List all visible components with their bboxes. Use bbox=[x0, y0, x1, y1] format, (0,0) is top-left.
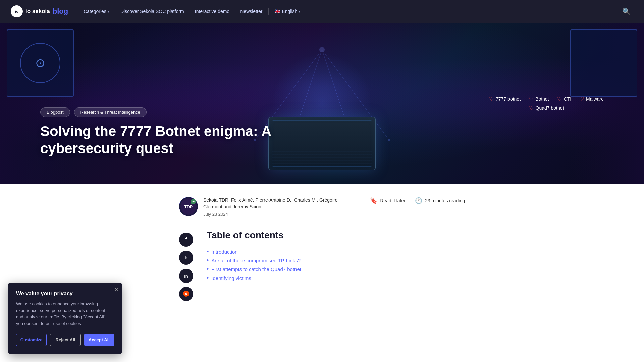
svg-text:r/: r/ bbox=[185, 292, 187, 296]
svg-line-2 bbox=[288, 50, 322, 150]
list-item: • Introduction bbox=[207, 247, 465, 256]
nav-newsletter[interactable]: Newsletter bbox=[235, 6, 267, 17]
hero-tags: ♡ 7777 botnet ♡ Botnet ♡ CTI ♡ Malware bbox=[489, 96, 604, 111]
share-linkedin-button[interactable]: in bbox=[179, 269, 193, 283]
clock-icon: 🕐 bbox=[415, 197, 422, 204]
hero-background: ⊙ Blogpost bbox=[0, 23, 644, 184]
avatar-image: TDR ★ bbox=[179, 197, 198, 216]
share-twitter-button[interactable]: 𝕏 bbox=[179, 251, 193, 265]
article-date: July 23 2024 bbox=[203, 212, 351, 217]
search-icon[interactable]: 🔍 bbox=[620, 5, 633, 18]
svg-point-9 bbox=[354, 149, 357, 152]
left-monitor: ⊙ bbox=[7, 29, 74, 97]
article-meta: TDR ★ Sekoia TDR, Felix Aimé, Pierre-Ant… bbox=[179, 197, 465, 217]
svg-point-7 bbox=[388, 139, 390, 141]
reddit-icon: r/ bbox=[183, 291, 189, 298]
avatar: TDR ★ bbox=[179, 197, 198, 216]
toc-list: • Introduction • Are all of these compro… bbox=[207, 247, 465, 282]
tag-malware[interactable]: ♡ Malware bbox=[579, 96, 604, 102]
svg-line-1 bbox=[322, 50, 389, 140]
toc-link-first-attempts[interactable]: First attempts to catch the Quad7 botnet bbox=[211, 266, 301, 272]
share-reddit-button[interactable]: r/ bbox=[179, 287, 193, 301]
meta-actions: 🔖 Read it later 🕐 23 minutes reading bbox=[370, 197, 465, 204]
nav-demo[interactable]: Interactive demo bbox=[190, 6, 234, 17]
hero-tag-row-2: ♡ Quad7 botnet bbox=[489, 105, 604, 111]
tag-7777-botnet[interactable]: ♡ 7777 botnet bbox=[489, 96, 521, 102]
author-details: Sekoia TDR, Felix Aimé, Pierre-Antoine D… bbox=[203, 197, 351, 217]
hero-badges: Blogpost Research & Threat Intelligence bbox=[40, 107, 275, 117]
hero-content-left: Blogpost Research & Threat Intelligence … bbox=[40, 107, 275, 157]
flag-icon: 🇬🇧 bbox=[275, 9, 280, 14]
article-area: TDR ★ Sekoia TDR, Felix Aimé, Pierre-Ant… bbox=[171, 184, 473, 301]
bullet-icon: • bbox=[207, 257, 209, 263]
badge-blogpost[interactable]: Blogpost bbox=[40, 107, 70, 117]
logo-icon: io bbox=[11, 5, 23, 17]
nav-categories[interactable]: Categories ▾ bbox=[79, 6, 114, 17]
author-names: Sekoia TDR, Felix Aimé, Pierre-Antoine D… bbox=[203, 197, 351, 210]
toc-link-tp-links[interactable]: Are all of these compromised TP-Links? bbox=[211, 258, 301, 263]
cyber-device bbox=[268, 117, 376, 170]
share-facebook-button[interactable]: f bbox=[179, 233, 193, 247]
svg-text:★: ★ bbox=[192, 200, 195, 203]
nav-language[interactable]: 🇬🇧 English ▾ bbox=[270, 6, 305, 17]
cookie-text: We use cookies to enhance your browsing … bbox=[16, 301, 114, 321]
list-item: • First attempts to catch the Quad7 botn… bbox=[207, 265, 465, 274]
logo-text: io sekoia bbox=[25, 8, 50, 15]
list-item: • Identifying victims bbox=[207, 274, 465, 282]
cookie-close-button[interactable]: × bbox=[115, 287, 118, 293]
article-title: Solving the 7777 Botnet enigma: A cybers… bbox=[40, 123, 275, 157]
bullet-icon: • bbox=[207, 266, 209, 272]
content-section: f 𝕏 in r/ Table bbox=[179, 230, 465, 301]
toc-title: Table of contents bbox=[207, 230, 465, 241]
blog-label: blog bbox=[53, 7, 68, 16]
nav-links: Categories ▾ Discover Sekoia SOC platfor… bbox=[79, 6, 609, 17]
cookie-title: We value your privacy bbox=[16, 291, 114, 297]
svg-text:TDR: TDR bbox=[184, 205, 193, 209]
read-later-button[interactable]: 🔖 Read it later bbox=[370, 197, 405, 204]
chevron-down-icon: ▾ bbox=[108, 9, 110, 14]
logo-link[interactable]: io io sekoia blog bbox=[11, 5, 68, 17]
svg-point-8 bbox=[287, 149, 290, 152]
bullet-icon: • bbox=[207, 275, 209, 281]
heart-icon: ♡ bbox=[579, 96, 584, 102]
nav-divider bbox=[268, 8, 269, 15]
toc-link-identifying-victims[interactable]: Identifying victims bbox=[211, 275, 251, 281]
svg-line-3 bbox=[322, 50, 356, 150]
hero-tag-row-1: ♡ 7777 botnet ♡ Botnet ♡ CTI ♡ Malware bbox=[489, 96, 604, 102]
svg-point-5 bbox=[319, 47, 325, 52]
tag-cti[interactable]: ♡ CTI bbox=[557, 96, 572, 102]
list-item: • Are all of these compromised TP-Links? bbox=[207, 256, 465, 265]
toc-area: Table of contents • Introduction • Are a… bbox=[207, 230, 465, 301]
toc-link-introduction[interactable]: Introduction bbox=[211, 249, 237, 255]
cookie-banner: × We value your privacy We use cookies t… bbox=[8, 283, 122, 321]
author-info: TDR ★ Sekoia TDR, Felix Aimé, Pierre-Ant… bbox=[179, 197, 351, 217]
bookmark-icon: 🔖 bbox=[370, 197, 377, 204]
bullet-icon: • bbox=[207, 249, 209, 255]
heart-icon: ♡ bbox=[529, 96, 533, 102]
chevron-down-icon: ▾ bbox=[299, 9, 301, 14]
navbar: io io sekoia blog Categories ▾ Discover … bbox=[0, 0, 644, 23]
share-sidebar: f 𝕏 in r/ bbox=[179, 230, 193, 301]
reading-time: 🕐 23 minutes reading bbox=[415, 197, 465, 204]
tag-botnet[interactable]: ♡ Botnet bbox=[529, 96, 549, 102]
nav-discover[interactable]: Discover Sekoia SOC platform bbox=[116, 6, 189, 17]
tag-quad7[interactable]: ♡ Quad7 botnet bbox=[529, 105, 564, 111]
hero-section: ⊙ Blogpost bbox=[0, 23, 644, 184]
heart-icon: ♡ bbox=[489, 96, 494, 102]
right-monitor bbox=[570, 29, 637, 97]
badge-research[interactable]: Research & Threat Intelligence bbox=[74, 107, 147, 117]
heart-icon: ♡ bbox=[529, 105, 534, 111]
heart-icon: ♡ bbox=[557, 96, 562, 102]
